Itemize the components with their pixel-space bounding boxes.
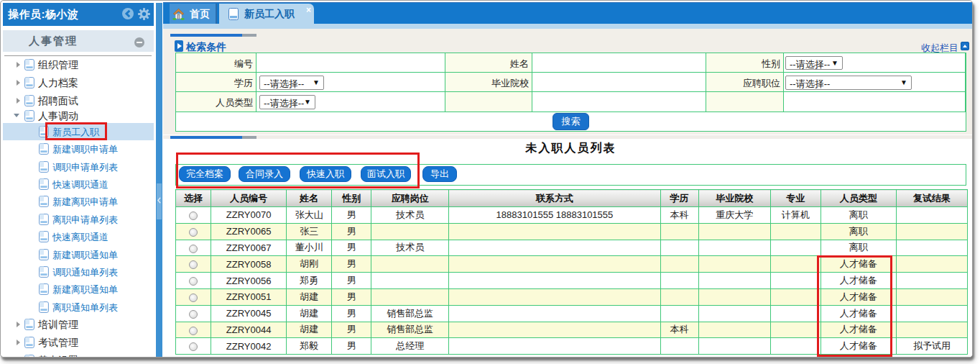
list-title: 未入职人员列表: [175, 141, 966, 156]
triangle-right-icon[interactable]: [17, 98, 20, 104]
cell: 离职: [820, 223, 896, 240]
sidebar-item-9[interactable]: 离职申请单列表: [3, 211, 154, 228]
sidebar-item-15[interactable]: 培训管理: [3, 316, 154, 333]
cell: [660, 288, 698, 305]
cell: [449, 305, 660, 322]
code-input[interactable]: [256, 53, 445, 72]
cell: [449, 322, 660, 338]
select-value: --请选择--: [790, 58, 830, 71]
label-school: 毕业院校: [445, 73, 532, 92]
select-cell: [176, 273, 211, 289]
radio-button[interactable]: [189, 260, 198, 269]
table-row-7: ZZRY0044胡建男销售部总监本科人才储备: [176, 322, 968, 338]
sidebar-splitter[interactable]: [156, 3, 162, 357]
toolbar-button-0[interactable]: 完全档案: [179, 166, 231, 182]
gender-select[interactable]: --请选择--▼: [785, 56, 843, 70]
sidebar-item-13[interactable]: 新建离职通知单: [3, 281, 154, 298]
horizontal-scrollbar-bottom[interactable]: [170, 136, 256, 139]
cell: [770, 240, 820, 256]
sidebar-item-4[interactable]: 新员工入职: [3, 123, 154, 140]
sidebar-item-14[interactable]: 离职通知单列表: [3, 299, 154, 316]
triangle-right-icon[interactable]: [17, 340, 20, 345]
triangle-right-icon[interactable]: [17, 62, 20, 68]
list-section: 未入职人员列表 完全档案合同录入快速入职面试入职导出 选择人员编号姓名性别应聘岗…: [163, 139, 972, 357]
play-icon[interactable]: [175, 40, 183, 52]
name-input[interactable]: [532, 53, 706, 72]
gear-icon[interactable]: [138, 8, 150, 20]
select-cell: [176, 305, 211, 322]
cell: [896, 305, 967, 322]
sidebar-item-10[interactable]: 快速离职通道: [3, 228, 154, 245]
sidebar-item-label: 培训管理: [38, 319, 78, 332]
toolbar-button-4[interactable]: 导出: [422, 166, 457, 182]
toolbar-button-2[interactable]: 快速入职: [300, 166, 351, 182]
document-icon: [39, 231, 49, 242]
main-area: 首页 新员工入职 ×: [163, 3, 972, 357]
document-icon: [24, 59, 34, 70]
sidebar-item-12[interactable]: 调职通知单列表: [3, 263, 154, 281]
cell: ZZRY0051: [211, 288, 287, 305]
cell: 胡刚: [287, 256, 332, 273]
cell: 男: [332, 207, 371, 224]
triangle-right-icon[interactable]: [17, 322, 20, 327]
tab-home[interactable]: 首页: [170, 4, 217, 24]
scrollbar-thumb[interactable]: [170, 34, 242, 37]
sidebar-item-1[interactable]: 人力档案: [3, 74, 154, 91]
home-icon: [172, 8, 185, 20]
sidebar-item-17[interactable]: 基本设置: [3, 352, 154, 358]
cell: ZZRY0058: [211, 256, 287, 273]
document-icon: [24, 355, 34, 358]
collapse-up-icon[interactable]: [961, 42, 969, 50]
collapse-minus-icon[interactable]: [134, 37, 144, 47]
person-type-select[interactable]: --请选择--▼: [259, 95, 315, 109]
school-input[interactable]: [532, 73, 706, 91]
radio-button[interactable]: [189, 310, 198, 319]
search-button[interactable]: 搜索: [553, 113, 589, 130]
horizontal-scrollbar-top[interactable]: [170, 34, 256, 37]
document-icon: [24, 95, 34, 106]
radio-button[interactable]: [189, 342, 198, 351]
tab-bar: 首页 新员工入职 ×: [163, 2, 972, 24]
school-cell: [532, 73, 706, 92]
tab-new-employee[interactable]: 新员工入职 ×: [219, 4, 314, 24]
sidebar-item-3[interactable]: 人事调动: [3, 107, 154, 124]
triangle-down-icon[interactable]: [14, 114, 19, 117]
sidebar-item-11[interactable]: 新建调职通知单: [3, 246, 154, 263]
cell: 人才储备: [820, 256, 896, 273]
cell: 重庆大学: [698, 207, 770, 224]
sidebar-item-5[interactable]: 新建调职申请单: [3, 140, 154, 158]
cell: [770, 288, 820, 305]
tab-close-icon[interactable]: ×: [306, 6, 314, 14]
cell: 技术员: [371, 240, 449, 256]
sidebar-accordion-header[interactable]: 人事管理: [3, 30, 154, 52]
back-icon[interactable]: [122, 8, 134, 19]
document-icon: [24, 337, 34, 348]
sidebar-item-0[interactable]: 组织管理: [3, 56, 154, 73]
toolbar-button-1[interactable]: 合同录入: [239, 166, 290, 182]
empty-label-cell: [445, 92, 532, 112]
document-icon: [39, 196, 49, 207]
scrollbar-thumb[interactable]: [170, 136, 242, 139]
radio-button[interactable]: [189, 245, 198, 253]
radio-button[interactable]: [189, 277, 198, 286]
education-select[interactable]: --请选择--▼: [259, 76, 324, 90]
radio-button[interactable]: [189, 294, 198, 302]
triangle-right-icon[interactable]: [17, 80, 20, 86]
cell: 张三: [287, 223, 332, 240]
radio-button[interactable]: [189, 211, 198, 220]
cell: ZZRY0056: [211, 273, 287, 289]
sidebar-item-7[interactable]: 快速调职通道: [3, 176, 154, 193]
radio-button[interactable]: [189, 228, 198, 237]
form-label-code: 编号: [234, 58, 256, 70]
sidebar-item-8[interactable]: 新建离职申请单: [3, 193, 154, 210]
position-select[interactable]: --请选择--▼: [785, 76, 912, 90]
toolbar-button-3[interactable]: 面试入职: [361, 166, 411, 182]
radio-button[interactable]: [189, 327, 198, 335]
sidebar-item-6[interactable]: 调职申请单列表: [3, 158, 154, 176]
table-row-1: ZZRY0065张三男离职: [176, 223, 968, 240]
table-row-8: ZZRY0042郑毅男总经理人才储备拟予试用: [176, 338, 968, 355]
cell: [770, 223, 820, 240]
splitter-handle[interactable]: [157, 183, 162, 219]
sidebar-item-16[interactable]: 考试管理: [3, 334, 154, 351]
select-value: --请选择--: [790, 78, 830, 91]
